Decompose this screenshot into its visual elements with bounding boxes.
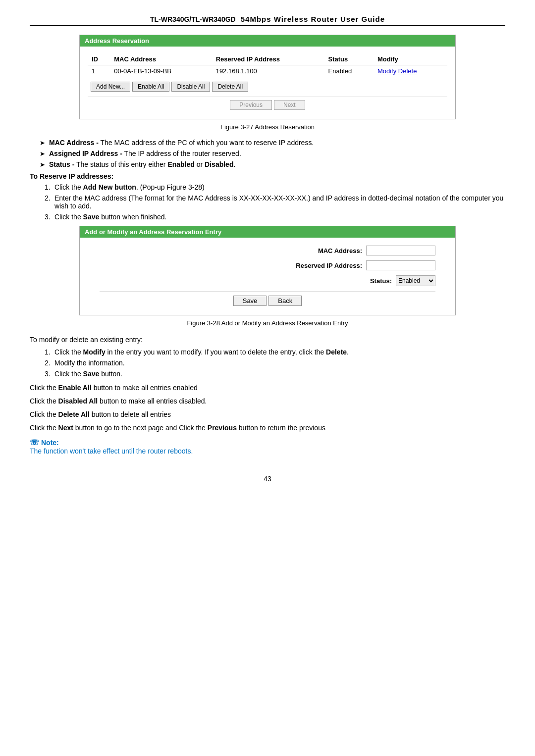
cell-actions: Modify Delete xyxy=(374,65,447,77)
guide-title: 54Mbps Wireless Router User Guide xyxy=(241,15,385,23)
figure-27-caption: Figure 3-27 Address Reservation xyxy=(30,123,505,131)
form-buttons: Save Back xyxy=(100,291,435,310)
modify-steps: 1. Click the Modify in the entry you wan… xyxy=(45,348,505,378)
status-label: Status: xyxy=(313,277,392,285)
previous-ref: Previous xyxy=(208,424,237,432)
model-number: TL-WR340G/TL-WR340GD xyxy=(150,15,236,23)
figure-27-content: ID MAC Address Reserved IP Address Statu… xyxy=(80,47,455,119)
modify-step-2: 2. Modify the information. xyxy=(45,359,505,367)
table-row: 1 00-0A-EB-13-09-BB 192.168.1.100 Enable… xyxy=(88,65,447,77)
cell-mac: 00-0A-EB-13-09-BB xyxy=(110,65,212,77)
mac-address-input[interactable] xyxy=(366,246,435,255)
bullet-status-label: Status - xyxy=(49,160,74,168)
feature-bullets: ➤ MAC Address - The MAC address of the P… xyxy=(40,139,505,168)
modify-step-3: 3. Click the Save button. xyxy=(45,370,505,378)
modify-step-1: 1. Click the Modify in the entry you wan… xyxy=(45,348,505,356)
delete-link[interactable]: Delete xyxy=(398,67,417,75)
next-button[interactable]: Next xyxy=(274,100,305,110)
step-1: 1. Click the Add New button. (Pop-up Fig… xyxy=(45,183,505,191)
disable-all-button[interactable]: Disable All xyxy=(171,82,210,92)
step-1-num: 1. xyxy=(45,183,54,191)
save-btn-ref-1: Save xyxy=(83,213,100,221)
arrow-icon-3: ➤ xyxy=(40,161,45,168)
add-new-btn-ref: Add New button xyxy=(83,183,136,191)
reserved-ip-row: Reserved IP Address: xyxy=(100,260,435,270)
delete-ref: Delete xyxy=(326,348,347,356)
modify-link-ref: Modify xyxy=(83,348,106,356)
arrow-icon-1: ➤ xyxy=(40,139,45,147)
delete-all-button[interactable]: Delete All xyxy=(212,82,248,92)
disable-all-ref: Disabled All xyxy=(58,397,98,405)
cell-status: Enabled xyxy=(324,65,374,77)
col-modify: Modify xyxy=(374,53,447,65)
step-3-num: 3. xyxy=(45,213,54,221)
enable-all-ref: Enable All xyxy=(58,384,92,392)
arrow-icon-2: ➤ xyxy=(40,150,45,157)
mac-address-label: MAC Address: xyxy=(283,247,362,254)
note-text: The function won't take effect until the… xyxy=(30,447,505,455)
delete-all-ref: Delete All xyxy=(58,410,90,418)
reserved-ip-label: Reserved IP Address: xyxy=(283,262,362,269)
info-next-prev: Click the Next button to go to the next … xyxy=(30,423,505,433)
modify-intro: To modify or delete an existing entry: xyxy=(30,335,505,345)
figure-28-caption: Figure 3-28 Add or Modify an Address Res… xyxy=(30,319,505,327)
figure-27-box: Address Reservation ID MAC Address Reser… xyxy=(79,35,456,119)
reserve-steps: 1. Click the Add New button. (Pop-up Fig… xyxy=(45,183,505,221)
disabled-text: Disabled xyxy=(205,160,233,168)
note-label: ☏ Note: xyxy=(30,438,505,447)
info-enable-all: Click the Enable All button to make all … xyxy=(30,383,505,393)
note-section: ☏ Note: The function won't take effect u… xyxy=(30,438,505,455)
reserve-section-title: To Reserve IP addresses: xyxy=(30,172,505,180)
figure-28-content: MAC Address: Reserved IP Address: Status… xyxy=(80,238,455,315)
bullet-mac-label: MAC Address - xyxy=(49,139,99,147)
modify-step-1-num: 1. xyxy=(45,348,54,356)
status-select[interactable]: Enabled Disabled xyxy=(396,275,435,286)
col-ip: Reserved IP Address xyxy=(212,53,324,65)
figure-28-header: Add or Modify an Address Reservation Ent… xyxy=(80,226,455,238)
info-delete-all: Click the Delete All button to delete al… xyxy=(30,409,505,420)
next-ref: Next xyxy=(58,424,73,432)
step-3: 3. Click the Save button when finished. xyxy=(45,213,505,221)
add-new-button[interactable]: Add New... xyxy=(91,82,130,92)
reserved-ip-input[interactable] xyxy=(366,260,435,270)
bullet-ip: ➤ Assigned IP Address - The IP address o… xyxy=(40,150,505,157)
step-2-num: 2. xyxy=(45,194,54,210)
save-button[interactable]: Save xyxy=(233,296,267,306)
note-title: Note: xyxy=(41,439,59,447)
enabled-text: Enabled xyxy=(167,160,194,168)
address-reservation-table: ID MAC Address Reserved IP Address Statu… xyxy=(88,53,447,77)
pagination-row: Previous Next xyxy=(88,97,447,114)
step-2: 2. Enter the MAC address (The format for… xyxy=(45,194,505,210)
figure-27-header: Address Reservation xyxy=(80,35,455,47)
bullet-status: ➤ Status - The status of this entry eith… xyxy=(40,160,505,168)
modify-link[interactable]: Modify xyxy=(377,67,396,75)
modify-step-3-num: 3. xyxy=(45,370,54,378)
figure-28-box: Add or Modify an Address Reservation Ent… xyxy=(79,226,456,315)
back-button[interactable]: Back xyxy=(268,296,302,306)
status-row: Status: Enabled Disabled xyxy=(100,275,435,286)
save-btn-ref-2: Save xyxy=(83,370,100,378)
modify-step-2-num: 2. xyxy=(45,359,54,367)
info-disable-all: Click the Disabled All button to make al… xyxy=(30,396,505,406)
col-id: ID xyxy=(88,53,110,65)
col-mac: MAC Address xyxy=(110,53,212,65)
cell-id: 1 xyxy=(88,65,110,77)
col-status: Status xyxy=(324,53,374,65)
bullet-mac: ➤ MAC Address - The MAC address of the P… xyxy=(40,139,505,147)
page-header: TL-WR340G/TL-WR340GD 54Mbps Wireless Rou… xyxy=(30,15,505,26)
cell-ip: 192.168.1.100 xyxy=(212,65,324,77)
mac-address-row: MAC Address: xyxy=(100,246,435,255)
previous-button[interactable]: Previous xyxy=(230,100,272,110)
table-buttons: Add New... Enable All Disable All Delete… xyxy=(88,77,447,95)
note-phone-icon: ☏ xyxy=(30,438,39,447)
enable-all-button[interactable]: Enable All xyxy=(132,82,169,92)
bullet-ip-label: Assigned IP Address - xyxy=(49,150,122,157)
page-number: 43 xyxy=(30,475,505,483)
